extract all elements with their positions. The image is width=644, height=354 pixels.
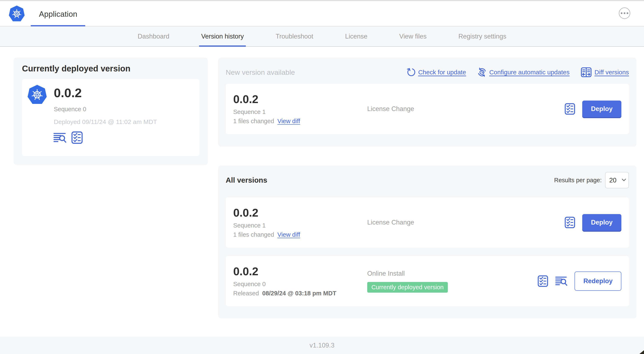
view-logs-icon[interactable] xyxy=(555,276,567,286)
version-row: 0.0.2 Sequence 1 1 files changed View di… xyxy=(226,197,629,248)
all-versions-title: All versions xyxy=(226,176,267,184)
results-per-page-select[interactable]: 20 xyxy=(605,172,629,188)
preflight-checks-icon[interactable] xyxy=(565,103,575,115)
tab-troubleshoot[interactable]: Troubleshoot xyxy=(260,26,329,46)
page: Application Dashboard Version history Tr… xyxy=(0,0,644,354)
version-number: 0.0.2 xyxy=(233,93,367,105)
tab-registry-settings[interactable]: Registry settings xyxy=(442,26,522,46)
deployed-version-card: 0.0.2 Sequence 0 Deployed 09/11/24 @ 11:… xyxy=(22,79,200,156)
cursor-artifact xyxy=(640,350,644,354)
clock-sync-icon xyxy=(477,68,486,77)
kubernetes-app-icon xyxy=(27,84,47,105)
check-for-update-link[interactable]: Check for update xyxy=(406,68,466,77)
tab-version-history[interactable]: Version history xyxy=(185,26,260,46)
view-logs-icon[interactable] xyxy=(54,132,66,143)
version-sequence: Sequence 1 xyxy=(233,109,367,115)
redeploy-button[interactable]: Redeploy xyxy=(574,271,622,291)
version-source: License Change xyxy=(367,105,414,113)
tab-license[interactable]: License xyxy=(329,26,383,46)
currently-deployed-title: Currently deployed version xyxy=(22,64,130,73)
diff-versions-link[interactable]: Diff versions xyxy=(581,67,629,77)
version-sequence: Sequence 1 xyxy=(233,222,367,229)
released-label: Released xyxy=(233,290,259,297)
app-footer: v1.109.3 xyxy=(0,337,644,354)
results-per-page-select-wrap: 20 xyxy=(605,172,629,188)
version-number: 0.0.2 xyxy=(233,207,367,219)
files-changed-label: 1 files changed xyxy=(233,118,274,125)
deploy-button[interactable]: Deploy xyxy=(582,101,622,117)
version-number: 0.0.2 xyxy=(233,265,367,277)
results-per-page-label: Results per page: xyxy=(554,177,602,184)
preflight-checks-icon[interactable] xyxy=(565,217,575,228)
view-diff-link[interactable]: View diff xyxy=(278,118,300,125)
deployed-version-number: 0.0.2 xyxy=(54,86,82,100)
version-source: Online Install xyxy=(367,270,405,277)
files-changed-label: 1 files changed xyxy=(233,231,274,238)
configure-automatic-updates-link[interactable]: Configure automatic updates xyxy=(477,68,570,77)
console-version: v1.109.3 xyxy=(310,342,334,349)
tab-dashboard[interactable]: Dashboard xyxy=(122,26,185,46)
currently-deployed-panel: Currently deployed version 0.0.2 Sequenc… xyxy=(14,58,208,165)
view-diff-link[interactable]: View diff xyxy=(278,231,300,238)
currently-deployed-badge: Currently deployed version xyxy=(367,282,448,293)
refresh-icon xyxy=(406,68,416,77)
more-menu-button[interactable] xyxy=(619,8,630,19)
version-source: License Change xyxy=(367,219,414,226)
app-tab[interactable]: Application xyxy=(39,10,77,19)
new-version-panel: New version available Check for update C… xyxy=(218,58,636,147)
version-sequence: Sequence 0 xyxy=(233,281,367,288)
version-row: 0.0.2 Sequence 0 Released 08/29/24 @ 03:… xyxy=(226,256,629,306)
diff-columns-icon xyxy=(581,67,592,77)
released-timestamp: 08/29/24 @ 03:18 pm MDT xyxy=(262,290,336,297)
preflight-checks-icon[interactable] xyxy=(72,131,83,144)
tab-view-files[interactable]: View files xyxy=(383,26,442,46)
app-subnav: Dashboard Version history Troubleshoot L… xyxy=(0,26,644,47)
new-version-title: New version available xyxy=(226,68,295,77)
deploy-button[interactable]: Deploy xyxy=(582,214,622,231)
ellipsis-icon xyxy=(621,12,622,14)
deployed-timestamp: Deployed 09/11/24 @ 11:02 am MDT xyxy=(54,118,157,126)
deployed-sequence: Sequence 0 xyxy=(54,106,86,113)
app-header: Application xyxy=(0,1,644,26)
preflight-checks-icon[interactable] xyxy=(538,275,548,287)
kubernetes-logo-icon xyxy=(8,5,25,22)
new-version-card: 0.0.2 Sequence 1 1 files changed View di… xyxy=(226,84,629,134)
all-versions-panel: All versions Results per page: 20 0.0.2 … xyxy=(218,165,636,318)
main-content: Currently deployed version 0.0.2 Sequenc… xyxy=(0,47,644,337)
